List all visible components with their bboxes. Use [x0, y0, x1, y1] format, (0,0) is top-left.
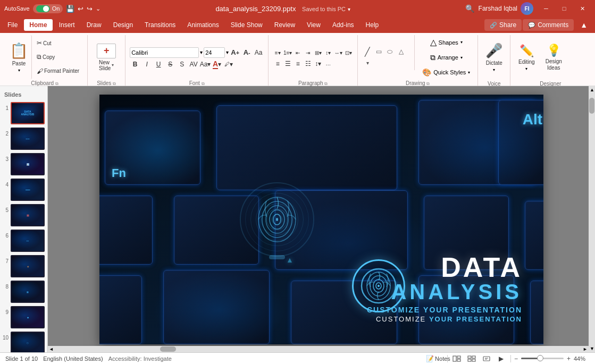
numbering-button[interactable]: 1≡▾ — [283, 48, 292, 58]
shape-oval-btn[interactable]: ⬭ — [384, 46, 395, 57]
columns-button[interactable]: ⊞▾ — [313, 48, 323, 58]
highlight-color-btn[interactable]: 🖊▾ — [223, 59, 234, 70]
font-size-input[interactable] — [204, 47, 225, 58]
smartart-button[interactable]: ⊡▾ — [343, 48, 353, 58]
collapse-ribbon-btn[interactable]: ▲ — [575, 19, 593, 31]
canvas-area[interactable]: Fn Alt ▲ — [48, 86, 595, 352]
search-icon[interactable]: 🔍 — [465, 4, 474, 13]
scroll-thumb-vertical[interactable] — [589, 98, 594, 114]
shadow-button[interactable]: S — [177, 59, 187, 70]
slide-4-thumb[interactable]: ━━━━ — [11, 179, 45, 201]
share-button[interactable]: 🔗 Share — [484, 19, 522, 31]
menu-design[interactable]: Design — [108, 19, 138, 31]
menu-home[interactable]: Home — [24, 19, 52, 31]
align-right-button[interactable]: ≡ — [293, 59, 303, 69]
decrease-font-button[interactable]: A- — [241, 47, 252, 58]
increase-font-button[interactable]: A+ — [230, 47, 240, 58]
more-para-button[interactable]: … — [323, 59, 333, 69]
decrease-indent-button[interactable]: ⇤ — [293, 48, 303, 58]
editing-arrow[interactable]: ▾ — [525, 66, 527, 71]
scroll-down-button[interactable]: ▼ — [589, 345, 595, 352]
menu-animations[interactable]: Animations — [182, 19, 224, 31]
align-left-button[interactable]: ≡ — [273, 59, 282, 69]
text-direction-button[interactable]: Aa▾ — [200, 59, 211, 70]
dictate-arrow[interactable]: ▾ — [493, 67, 495, 72]
drawing-expand[interactable]: ⧉ — [426, 81, 430, 86]
font-color-btn[interactable]: A▾ — [212, 59, 222, 70]
menu-view[interactable]: View — [301, 19, 326, 31]
slide-6-thumb[interactable]: ▪▪▪ — [11, 230, 45, 252]
menu-draw[interactable]: Draw — [81, 19, 107, 31]
italic-button[interactable]: I — [141, 59, 152, 70]
scroll-right-button[interactable]: ► — [582, 346, 589, 352]
align-text-button[interactable]: ↔▾ — [333, 48, 343, 58]
shapes-arrow[interactable]: ▾ — [460, 40, 463, 45]
menu-insert[interactable]: Insert — [54, 19, 80, 31]
font-name-input[interactable] — [130, 47, 199, 58]
bullets-button[interactable]: ≡▾ — [273, 48, 282, 58]
scroll-thumb-horizontal[interactable] — [160, 346, 176, 352]
slide-8-thumb[interactable]: ▦ — [11, 281, 45, 303]
strikethrough-button[interactable]: S — [165, 59, 175, 70]
undo-icon[interactable]: ↩ — [78, 5, 83, 13]
slide-1-thumb[interactable]: DATAANALYSIS — [11, 102, 45, 124]
bold-button[interactable]: B — [130, 59, 140, 70]
arrange-button[interactable]: ⧉ Arrange ▾ — [419, 50, 473, 64]
comments-button[interactable]: 💬 Comments — [523, 19, 574, 31]
copy-button[interactable]: ⧉ Copy — [35, 52, 81, 62]
shapes-gallery-button[interactable]: △ Shapes ▾ — [419, 35, 473, 49]
redo-icon[interactable]: ↪ — [87, 5, 93, 13]
more-tools-icon[interactable]: ⌄ — [96, 5, 100, 12]
close-button[interactable]: ✕ — [574, 3, 591, 14]
shape-rect-btn[interactable]: ▭ — [373, 46, 384, 57]
slide-10-thumb[interactable]: ⬡ — [11, 332, 45, 352]
reading-view-button[interactable] — [481, 354, 492, 363]
zoom-in-icon[interactable]: + — [567, 355, 571, 362]
normal-view-button[interactable] — [451, 354, 463, 363]
slideshow-button[interactable]: ▶ — [496, 354, 507, 363]
scroll-left-button[interactable]: ◄ — [48, 346, 55, 352]
quick-styles-arrow[interactable]: ▾ — [468, 70, 470, 75]
autosave-pill[interactable] — [36, 5, 50, 12]
quick-styles-button[interactable]: 🎨 Quick Styles ▾ — [419, 65, 473, 79]
menu-review[interactable]: Review — [269, 19, 300, 31]
shape-tri-btn[interactable]: △ — [396, 46, 406, 57]
font-expand[interactable]: ⧉ — [202, 81, 205, 86]
slides-expand[interactable]: ⧉ — [113, 81, 116, 86]
editing-button[interactable]: ✏️ Editing ▾ — [515, 35, 538, 80]
paste-button[interactable]: 📋 Paste ▾ — [6, 35, 32, 79]
new-slide-arrow[interactable]: ▾ — [112, 63, 114, 67]
scroll-up-button[interactable]: ▲ — [589, 86, 595, 94]
slide-5-thumb[interactable]: ▣ — [11, 204, 45, 226]
dictate-button[interactable]: 🎤 Dictate ▾ — [482, 40, 506, 74]
save-icon[interactable]: 💾 — [66, 5, 74, 13]
clear-format-button[interactable]: Aa — [253, 47, 264, 58]
zoom-out-icon[interactable]: − — [514, 355, 518, 362]
arrange-arrow[interactable]: ▾ — [460, 55, 463, 60]
paragraph-expand[interactable]: ⧉ — [324, 81, 328, 86]
slide-canvas[interactable]: Fn Alt ▲ — [99, 95, 543, 344]
slide-sorter-button[interactable] — [466, 354, 477, 363]
zoom-slider[interactable] — [521, 358, 564, 359]
justify-button[interactable]: ☷ — [303, 59, 313, 69]
clipboard-expand[interactable]: ⧉ — [55, 81, 58, 86]
minimize-button[interactable]: ─ — [538, 3, 555, 14]
menu-help[interactable]: Help — [361, 19, 384, 31]
underline-button[interactable]: U — [153, 59, 164, 70]
maximize-button[interactable]: □ — [556, 3, 573, 14]
align-center-button[interactable]: ☰ — [283, 59, 292, 69]
zoom-level[interactable]: 44% — [574, 355, 590, 362]
menu-slideshow[interactable]: Slide Show — [225, 19, 268, 31]
shape-more-btn[interactable]: ▾ — [362, 57, 373, 68]
char-spacing-button[interactable]: AV — [188, 59, 199, 70]
format-painter-button[interactable]: 🖌 Format Painter — [35, 66, 81, 76]
text-direction-para-button[interactable]: ↕▾ — [323, 48, 333, 58]
menu-addins[interactable]: Add-ins — [327, 19, 359, 31]
line-spacing-button[interactable]: ↕▾ — [313, 59, 323, 69]
horizontal-scrollbar[interactable]: ◄ ► — [48, 346, 589, 352]
slide-7-thumb[interactable]: ◉ — [11, 255, 45, 277]
font-size-arrow[interactable]: ▾ — [226, 49, 229, 55]
shape-line-btn[interactable]: ╱ — [362, 46, 373, 57]
notes-button[interactable]: 📝 Notes — [432, 354, 444, 363]
menu-transitions[interactable]: Transitions — [139, 19, 181, 31]
